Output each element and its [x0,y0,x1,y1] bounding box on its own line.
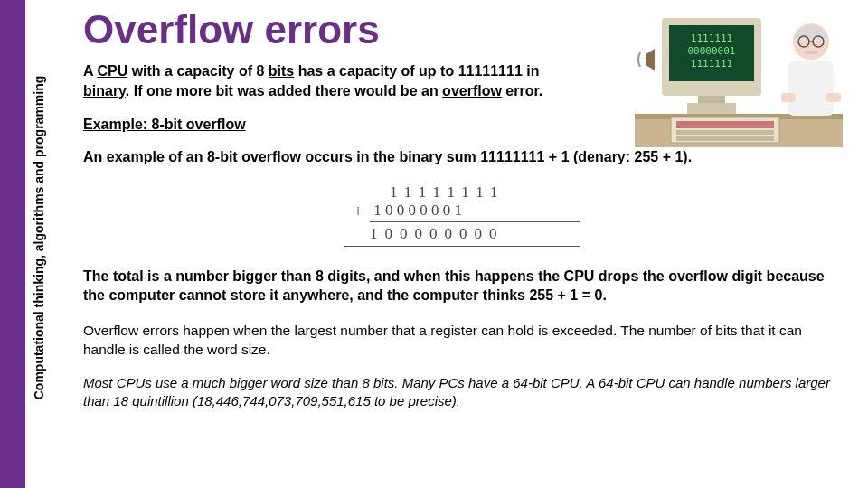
scientist-icon [781,23,841,116]
link-overflow[interactable]: overflow [442,83,502,99]
svg-rect-10 [826,93,841,102]
link-bits[interactable]: bits [269,63,294,79]
math-row-mid: + 1 0 0 0 0 0 0 1 [344,202,580,222]
math-addend: 1 0 0 0 0 0 0 1 [370,202,580,222]
intro-text: A [83,63,97,79]
footnote: Most CPUs use a much bigger word size th… [83,374,841,411]
svg-rect-0 [676,121,774,128]
intro-text: error. [502,83,542,99]
sidebar-sub-label: Computational thinking, algorithms and p… [32,76,46,400]
intro-text: with a capacity of 8 [127,63,269,79]
screen-line-3: 1111111 [691,58,732,70]
math-result: 100000000 [344,222,580,247]
screen-line-1: 1111111 [691,33,732,44]
link-binary[interactable]: binary [83,83,126,99]
monitor-stand-icon [698,96,725,103]
content-area: Overflow errors A CPU with a capacity of… [63,0,859,488]
math-row-top: 11111111 [344,183,580,202]
intro-paragraph: A CPU with a capacity of 8 bits has a ca… [83,61,590,100]
svg-rect-9 [781,93,796,102]
intro-text: . If one more bit was added there would … [126,83,442,99]
scientist-illustration: 1111111 00000001 1111111 [635,7,843,147]
explain-paragraph-2: Overflow errors happen when the largest … [83,322,841,360]
keyboard-keys-icon [676,121,774,141]
link-cpu[interactable]: CPU [97,63,127,79]
intro-text: has a capacity of up to 11111111 in [294,63,539,79]
explain-paragraph-1: The total is a number bigger than 8 digi… [83,267,841,305]
svg-rect-1 [676,130,774,135]
svg-rect-8 [805,51,817,54]
math-block: 11111111 + 1 0 0 0 0 0 0 1 100000000 [344,183,580,247]
svg-rect-2 [676,136,774,141]
sidebar-purple: Computer Science [0,0,25,488]
example-text: An example of an 8-bit overflow occurs i… [83,147,841,167]
monitor-base-icon [687,103,736,114]
screen-line-2: 00000001 [688,45,736,57]
speaker-icon [638,49,655,70]
svg-rect-3 [788,61,834,116]
svg-marker-11 [646,49,655,70]
plus-icon: + [344,202,363,221]
